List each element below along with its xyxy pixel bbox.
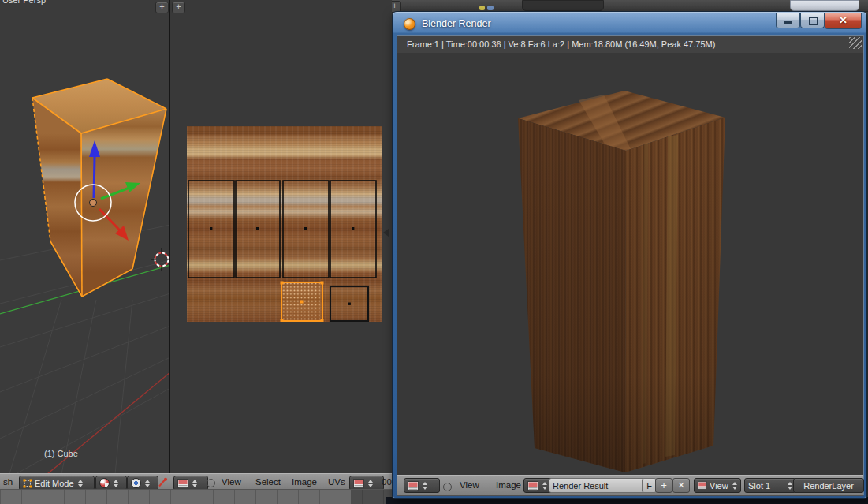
render-window-title: Blender Render <box>422 18 491 29</box>
header-field-slot[interactable] <box>790 0 859 11</box>
render-engine-icon <box>487 6 494 10</box>
chevron-updown-icon <box>423 482 427 490</box>
main-header-strip: + <box>386 0 868 12</box>
uv-face-rects <box>188 181 376 278</box>
viewport-corner-label: User Persp <box>2 0 46 5</box>
image-editor-icon <box>177 479 188 488</box>
fake-user-label: F <box>646 481 652 491</box>
pivot-icon <box>131 478 141 488</box>
maximize-icon <box>809 17 818 25</box>
shading-sphere-icon <box>99 478 110 488</box>
render-footer-bar: View Image Render Result F + ✕ <box>397 475 863 496</box>
cursor-3d <box>151 248 170 271</box>
image-icon <box>527 481 538 491</box>
timeline-strip[interactable] <box>0 489 392 504</box>
chevron-updown-icon <box>732 482 737 490</box>
render-window[interactable]: Blender Render ✕ Frame:1 | Time:00:00.36… <box>392 11 867 499</box>
minimize-icon <box>784 21 792 24</box>
blender-logo-icon <box>404 18 415 30</box>
close-icon: ✕ <box>839 14 848 26</box>
chevron-updown-icon <box>114 480 118 487</box>
render-stats-text: Frame:1 | Time:00:00.36 | Ve:8 Fa:6 La:2… <box>407 39 715 49</box>
image-editor-icon <box>408 481 419 491</box>
editor-header-bar: sh Edit Mode View Select Image UVs <box>0 473 392 491</box>
render-layer-selector[interactable]: RenderLayer <box>793 478 864 493</box>
render-datablock-name-field[interactable]: Render Result <box>549 478 645 493</box>
viewport-corner-plus-button[interactable]: + <box>155 2 169 13</box>
chevron-updown-icon <box>78 480 83 487</box>
object-info-label: (1) Cube <box>44 449 78 458</box>
uv-overlay <box>187 126 382 322</box>
axis-x-line <box>47 372 170 474</box>
mode-selector-label: Edit Mode <box>35 479 74 488</box>
render-stats-bar: Frame:1 | Time:00:00.36 | Ve:8 Fa:6 La:2… <box>397 36 863 54</box>
header-dropdown-slot[interactable] <box>522 0 604 11</box>
uv-2d-cursor-arrow-icon <box>383 229 389 237</box>
uv-menu-select[interactable]: Select <box>253 474 283 490</box>
minimize-button[interactable] <box>776 13 800 28</box>
viewport-scene <box>0 0 170 474</box>
render-menu-image[interactable]: Image <box>494 477 523 493</box>
render-window-titlebar[interactable]: Blender Render ✕ <box>393 12 866 35</box>
uv-texture-image <box>187 126 382 322</box>
viewport-3d[interactable]: User Persp + (1) Cube <box>0 0 170 474</box>
rendered-box <box>397 53 863 475</box>
unlink-image-button[interactable]: ✕ <box>672 478 690 493</box>
screen: { "viewport": { "corner_label": "User Pe… <box>0 0 868 504</box>
header-divider <box>170 474 170 490</box>
resize-grip-icon[interactable] <box>849 37 862 49</box>
close-button[interactable]: ✕ <box>825 13 862 29</box>
chevron-updown-icon <box>368 480 373 487</box>
pin-circle-icon[interactable] <box>207 479 215 487</box>
chevron-updown-icon <box>192 480 197 487</box>
image-icon <box>698 481 707 490</box>
render-slot-selector[interactable]: Slot 1 <box>744 478 796 493</box>
pin-circle-icon[interactable] <box>443 483 452 491</box>
render-editor-type-selector[interactable] <box>404 478 440 493</box>
maximize-button[interactable] <box>800 13 825 28</box>
render-datablock-label: Render Result <box>553 481 608 491</box>
new-image-button[interactable]: + <box>655 478 672 493</box>
chevron-updown-icon <box>788 482 792 490</box>
render-menu-view[interactable]: View <box>457 477 482 493</box>
render-layer-label: RenderLayer <box>803 481 854 491</box>
chevron-updown-icon <box>145 480 150 487</box>
edit-mode-icon <box>23 479 32 488</box>
uv-selected-face <box>281 282 324 323</box>
render-view-selector[interactable]: View <box>694 478 741 493</box>
uv-unselected-face <box>330 286 368 321</box>
uv-corner-plus-button[interactable]: + <box>172 2 185 13</box>
manipulator-icon[interactable] <box>158 477 168 487</box>
scene-icon <box>479 6 485 10</box>
render-view-label: View <box>710 481 728 491</box>
cube-mesh <box>32 79 166 297</box>
menu-mesh-cut[interactable]: sh <box>1 474 15 490</box>
render-window-content: Frame:1 | Time:00:00.36 | Ve:8 Fa:6 La:2… <box>397 35 864 495</box>
uv-image-editor[interactable]: + <box>170 0 392 474</box>
image-icon <box>353 479 364 488</box>
uv-menu-uvs[interactable]: UVs <box>326 474 348 490</box>
uv-menu-image[interactable]: Image <box>289 474 319 490</box>
render-result-canvas[interactable] <box>397 53 863 475</box>
uv-menu-view[interactable]: View <box>219 474 244 490</box>
render-slot-label: Slot 1 <box>748 481 770 491</box>
uv-face-dots <box>210 227 354 230</box>
chevron-updown-icon <box>542 482 547 490</box>
